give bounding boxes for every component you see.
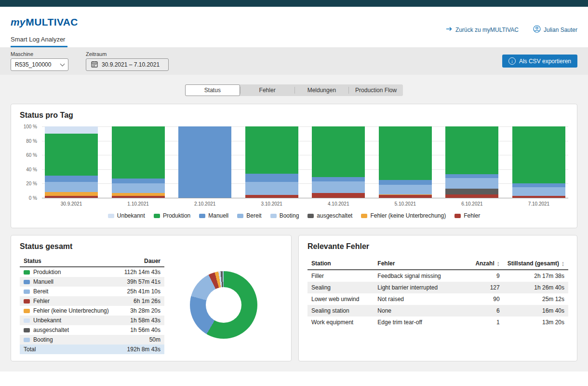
col-stillstand-sort[interactable]: Stillstand (gesamt)▲▼ xyxy=(504,258,568,270)
legend-item-Fehler (keine Unterbrechung)[interactable]: Fehler (keine Unterbrechung) xyxy=(361,212,446,219)
status-per-day-card: Status pro Tag 100 % 80 % 60 % 40 % 20 %… xyxy=(11,104,577,228)
bar-segment-Produktion xyxy=(45,134,98,176)
status-row: ausgeschaltet 1h 56m 40s xyxy=(20,325,164,335)
bar-segment-Fehler xyxy=(312,193,365,198)
tab-fehler[interactable]: Fehler xyxy=(241,84,294,96)
export-csv-button[interactable]: ↓ Als CSV exportieren xyxy=(502,55,577,68)
error-count: 1 xyxy=(470,317,504,328)
bar-segment-Produktion xyxy=(445,126,498,174)
bar-segment-Bereit xyxy=(45,182,98,192)
status-color-swatch xyxy=(24,318,30,323)
bar-segment-Manuell xyxy=(445,174,498,178)
status-duration: 25h 41m 10s xyxy=(118,287,164,296)
legend-swatch xyxy=(154,214,160,218)
tab-fehler-label: Fehler xyxy=(259,87,276,94)
export-csv-label: Als CSV exportieren xyxy=(519,58,571,65)
bar-segment-Bereit xyxy=(379,185,432,194)
x-axis-label: 7.10.2021 xyxy=(512,198,565,207)
bar-segment-Produktion xyxy=(512,126,565,183)
bar-segment-Unbekannt xyxy=(45,126,98,134)
bar-2.10.2021: 2.10.2021 xyxy=(178,126,231,207)
total-duration: 192h 8m 43s xyxy=(118,345,164,354)
status-label: Bereit xyxy=(33,288,48,295)
status-row: Booting 50m xyxy=(20,335,164,345)
status-total-table: Status Dauer Produktion 112h 14m 43s Man… xyxy=(20,256,164,354)
error-downtime: 13m 20s xyxy=(504,317,568,328)
legend-label: Fehler xyxy=(464,212,480,219)
y-tick: 100 % xyxy=(24,124,37,129)
back-to-mymultivac-link[interactable]: Zurück zu myMULTIVAC xyxy=(446,26,519,33)
error-downtime: 25m 12s xyxy=(504,293,568,305)
status-color-swatch xyxy=(24,328,30,332)
y-tick: 20 % xyxy=(26,181,37,186)
bar-segment-Fehler xyxy=(445,194,498,198)
y-axis: 100 % 80 % 60 % 40 % 20 % 0 % xyxy=(20,126,42,198)
sort-icon: ▲▼ xyxy=(497,261,500,267)
logo-brand: MULTIVAC xyxy=(26,16,78,28)
status-total-card: Status gesamt Status Dauer Produktion 11… xyxy=(11,235,292,361)
legend-swatch xyxy=(270,214,277,218)
back-link-label: Zurück zu myMULTIVAC xyxy=(455,27,519,33)
status-duration: 39h 57m 41s xyxy=(118,277,164,287)
user-menu[interactable]: Julian Sauter xyxy=(533,25,577,34)
col-dauer: Dauer xyxy=(118,256,164,267)
legend-item-ausgeschaltet[interactable]: ausgeschaltet xyxy=(307,212,352,219)
date-range-input[interactable]: 30.9.2021 – 7.10.2021 xyxy=(86,58,169,71)
bar-segment-Fehler xyxy=(112,196,165,198)
legend-item-Produktion[interactable]: Produktion xyxy=(154,212,190,219)
logo-my: my xyxy=(11,16,25,28)
error-downtime: 16m 40s xyxy=(504,305,568,317)
y-tick: 0 % xyxy=(29,195,37,201)
footer xyxy=(0,372,588,386)
legend-item-Bereit[interactable]: Bereit xyxy=(237,212,261,219)
error-row: Lower web unwind Not raised 90 25m 12s xyxy=(307,293,568,305)
machine-select[interactable]: R535_100000 xyxy=(11,58,68,71)
status-donut-chart xyxy=(190,271,257,339)
legend-item-Unbekannt[interactable]: Unbekannt xyxy=(108,212,145,219)
top-brand-bar xyxy=(0,0,588,7)
error-name: None xyxy=(374,305,469,317)
col-anzahl-sort[interactable]: Anzahl▲▼ xyxy=(470,258,504,270)
status-per-day-title: Status pro Tag xyxy=(20,111,568,120)
bar-segment-Produktion xyxy=(379,126,432,180)
filter-bar: Maschine R535_100000 Zeitraum 30.9.2021 … xyxy=(0,47,588,75)
error-count: 90 xyxy=(470,293,504,305)
bar-segment-Bereit xyxy=(312,181,365,193)
bar-segment-Bereit xyxy=(112,183,165,193)
bar-7.10.2021: 7.10.2021 xyxy=(512,126,565,207)
legend-label: Produktion xyxy=(163,212,190,219)
error-row: Filler Feedback signal missing 9 2h 17m … xyxy=(307,270,568,282)
legend-item-Fehler[interactable]: Fehler xyxy=(454,212,480,219)
active-tab-underline xyxy=(11,46,67,47)
tab-meldungen[interactable]: Meldungen xyxy=(295,84,349,96)
tab-status[interactable]: Status xyxy=(185,84,240,96)
status-row: Manuell 39h 57m 41s xyxy=(20,277,164,287)
status-color-swatch xyxy=(24,290,30,294)
legend-item-Booting[interactable]: Booting xyxy=(270,212,299,219)
machine-select-value: R535_100000 xyxy=(15,61,51,68)
status-total-row: Total 192h 8m 43s xyxy=(20,345,164,354)
bar-6.10.2021: 6.10.2021 xyxy=(445,126,498,207)
legend-label: Unbekannt xyxy=(117,212,145,219)
error-downtime: 1h 26m 40s xyxy=(504,282,568,293)
error-name: Not raised xyxy=(374,293,469,305)
legend-label: Bereit xyxy=(246,212,261,219)
tab-smart-log-analyzer[interactable]: Smart Log Analyzer xyxy=(11,36,66,47)
status-duration: 6h 1m 26s xyxy=(118,296,164,306)
donut-hole xyxy=(206,287,241,323)
relevant-errors-title: Relevante Fehler xyxy=(307,242,568,251)
error-station: Work equipment xyxy=(307,317,374,328)
header: myMULTIVAC Zurück zu myMULTIVAC Julian S… xyxy=(0,7,588,47)
app-tab-label: Smart Log Analyzer xyxy=(11,36,65,43)
tab-production-flow[interactable]: Production Flow xyxy=(349,84,403,96)
legend-item-Manuell[interactable]: Manuell xyxy=(199,212,228,219)
status-row: Produktion 112h 14m 43s xyxy=(20,267,164,277)
bar-segment-Bereit xyxy=(245,182,298,195)
legend-swatch xyxy=(361,214,367,218)
date-range-value: 30.9.2021 – 7.10.2021 xyxy=(102,61,160,68)
calendar-icon xyxy=(91,61,98,69)
status-label: Booting xyxy=(33,336,53,343)
bar-segment-Fehler (keine Unterbrechung) xyxy=(45,192,98,195)
view-tabs: Status Fehler Meldungen Production Flow xyxy=(185,84,403,96)
x-axis-label: 4.10.2021 xyxy=(312,198,365,207)
